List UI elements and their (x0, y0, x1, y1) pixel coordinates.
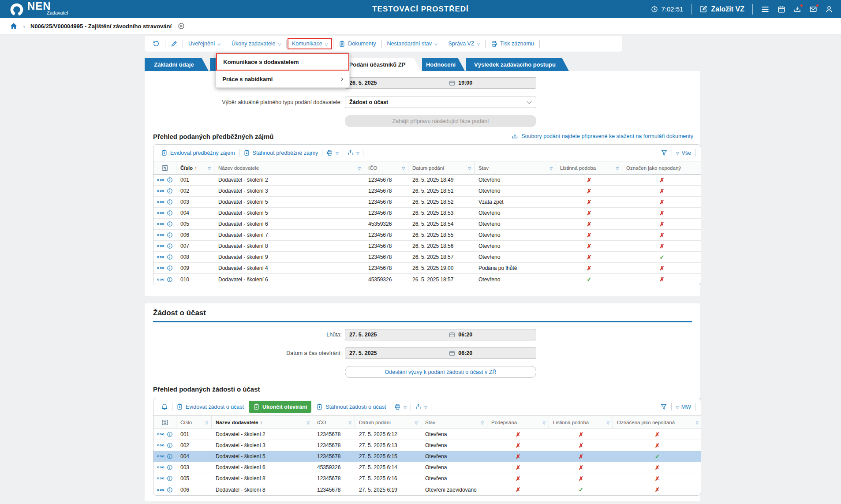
row-actions-icon[interactable] (157, 189, 164, 193)
filter-triangle-icon[interactable]: ▽ (415, 421, 418, 425)
table-row[interactable]: 009 Dodavatel - školení 4 12345678 26. 5… (153, 263, 701, 274)
filter-triangle-icon[interactable]: ▽ (616, 166, 619, 171)
filter-triangle-icon[interactable]: ▽ (306, 421, 310, 425)
info-icon[interactable] (167, 210, 173, 216)
column-settings-icon[interactable] (153, 161, 176, 175)
tab-vysledek-zadavaciho-postupu[interactable]: Výsledek zadávacího postupu (466, 58, 569, 71)
info-icon[interactable] (167, 177, 173, 183)
info-icon[interactable] (167, 475, 173, 482)
info-icon[interactable] (167, 221, 173, 227)
table-row[interactable]: 006 Dodavatel - školení 8 12345678 27. 5… (153, 484, 701, 495)
row-actions-icon[interactable] (157, 178, 164, 182)
column-settings-icon[interactable] (153, 416, 176, 429)
row-actions-icon[interactable] (157, 444, 164, 447)
row-actions-icon[interactable] (157, 211, 164, 215)
menu-komunikace[interactable]: Komunikace▽ Komunikace s dodavatelem Prá… (288, 38, 332, 49)
col-header-cislo[interactable]: Číslo▽ (176, 416, 212, 429)
info-icon[interactable] (167, 265, 173, 271)
export-table-button[interactable]: ▽ (344, 148, 363, 157)
info-icon[interactable] (167, 199, 173, 205)
row-actions-icon[interactable] (157, 266, 164, 270)
stahnout-predbezne-zajmy-button[interactable]: Stáhnout předběžné zájmy (240, 148, 321, 157)
opening-datetime-field[interactable]: 26. 5. 2025 19:00 (345, 77, 536, 89)
table-row[interactable]: 005 Dodavatel - školení 8 12345678 27. 5… (153, 473, 701, 484)
table-row[interactable]: 004 Dodavatel - školení 5 12345678 27. 5… (153, 451, 701, 462)
edit-button[interactable] (166, 38, 182, 50)
filter-triangle-icon[interactable]: ▽ (348, 421, 351, 425)
filter-triangle-icon[interactable]: ▽ (695, 421, 699, 425)
messages-button[interactable] (809, 5, 817, 13)
table-row[interactable]: 003 Dodavatel - školení 5 12345678 26. 5… (153, 197, 701, 208)
filter-triangle-icon[interactable]: ▽ (606, 421, 609, 425)
table-row[interactable]: 008 Dodavatel - školení 9 12345678 26. 5… (153, 252, 701, 263)
row-actions-icon[interactable] (157, 488, 164, 492)
tab-podani-ucastniku-zp[interactable]: Podání účastníků ZP (339, 58, 421, 71)
row-actions-icon[interactable] (157, 233, 164, 237)
info-icon[interactable] (167, 232, 173, 238)
filter-button[interactable] (657, 402, 670, 412)
info-icon[interactable] (167, 243, 173, 249)
row-actions-icon[interactable] (157, 477, 164, 480)
row-actions-icon[interactable] (157, 455, 164, 458)
filter-triangle-icon[interactable]: ▽ (402, 166, 405, 171)
info-icon[interactable] (167, 464, 173, 470)
col-header-nepodany[interactable]: Označen jako nepodaný (622, 161, 701, 175)
col-header-nazev[interactable]: Název dodavatele▽ (214, 161, 364, 175)
info-icon[interactable] (167, 487, 173, 493)
filter-triangle-icon[interactable]: ▽ (358, 166, 361, 171)
menu-nestandardni-stav[interactable]: Nestandardní stav▽ (383, 38, 442, 49)
opening-time-value[interactable]: 19:00 (458, 80, 472, 86)
table-row[interactable]: 002 Dodavatel - školení 3 12345678 27. 5… (153, 440, 701, 451)
info-icon[interactable] (167, 254, 173, 260)
col-header-ico[interactable]: IČO▽ (313, 416, 355, 429)
filter-preset-selector[interactable]: ▽ MW (673, 403, 694, 411)
ukoncit-oteviranie-button[interactable]: Ukončit otevírání (249, 401, 311, 413)
col-header-stav[interactable]: Stav▽ (421, 416, 487, 429)
row-actions-icon[interactable] (157, 466, 164, 469)
menu-ukony-zadavatele[interactable]: Úkony zadavatele▽ (227, 38, 285, 49)
row-actions-icon[interactable] (157, 222, 164, 226)
col-header-nepodana[interactable]: Označena jako nepodaná▽ (613, 416, 701, 429)
filter-triangle-icon[interactable]: ▽ (205, 421, 208, 425)
refresh-button[interactable] (148, 37, 164, 50)
table-row[interactable]: 002 Dodavatel - školení 3 12345678 26. 5… (153, 186, 701, 197)
row-actions-icon[interactable] (157, 200, 164, 204)
col-header-ico[interactable]: IČO▽ (364, 161, 408, 175)
notifications-bell-button[interactable] (158, 402, 171, 412)
table-row[interactable]: 007 Dodavatel - školení 8 12345678 26. 5… (153, 241, 701, 252)
evidovat-zadost-button[interactable]: Evidovat žádost o účast (173, 402, 247, 411)
table-row[interactable]: 010 Dodavatel - školení 6 45359326 26. 5… (153, 274, 701, 285)
col-header-listinna[interactable]: Listinná podoba▽ (556, 161, 622, 175)
create-vz-button[interactable]: Založit VZ (699, 5, 744, 13)
row-actions-icon[interactable] (157, 244, 164, 248)
evidovat-predbezny-zajem-button[interactable]: Evidovat předběžný zájem (158, 148, 238, 157)
col-header-datum[interactable]: Datum podání▽ (408, 161, 475, 175)
menu-item-prace-s-nabidkami[interactable]: Práce s nabídkami › (216, 71, 349, 87)
menu-button[interactable] (761, 5, 770, 14)
col-header-datum[interactable]: Datum podání▽ (355, 416, 421, 429)
tab-hodnoceni[interactable]: Hodnocení (422, 58, 465, 71)
table-row[interactable]: 006 Dodavatel - školení 7 12345678 26. 5… (153, 230, 701, 241)
table-row[interactable]: 001 Dodavatel - školení 2 12345678 26. 5… (153, 175, 701, 186)
row-actions-icon[interactable] (157, 255, 164, 259)
info-icon[interactable] (167, 442, 173, 448)
print-table-button[interactable]: ▽ (323, 148, 342, 157)
odeslani-vyzvy-button[interactable]: Odeslání výzvy k podání žádosti o účast … (345, 366, 536, 378)
col-header-cislo[interactable]: Číslo↑▽ (176, 161, 214, 175)
col-header-stav[interactable]: Stav▽ (475, 161, 556, 175)
filter-triangle-icon[interactable]: ▽ (208, 166, 211, 171)
home-icon[interactable] (10, 22, 18, 30)
downloads-button[interactable] (793, 5, 801, 13)
table-row[interactable]: 004 Dodavatel - školení 5 12345678 26. 5… (153, 208, 701, 219)
col-header-listinna[interactable]: Listinná podoba▽ (549, 416, 613, 429)
close-record-icon[interactable] (178, 22, 185, 30)
menu-item-komunikace-s-dodavatelem[interactable]: Komunikace s dodavatelem (216, 53, 349, 71)
tab-zakladni-udaje[interactable]: Základní údaje (145, 58, 209, 71)
table-row[interactable]: 005 Dodavatel - školení 6 45359326 26. 5… (153, 219, 701, 230)
col-header-podepsana[interactable]: Podepsána▽ (487, 416, 549, 429)
info-icon[interactable] (167, 188, 173, 194)
type-select[interactable]: Žádost o účast (345, 97, 536, 108)
print-table-button[interactable]: ▽ (391, 402, 410, 411)
menu-uverejneni[interactable]: Uveřejnění▽ (184, 38, 225, 49)
col-header-nazev[interactable]: Název dodavatele↑▽ (212, 416, 313, 429)
